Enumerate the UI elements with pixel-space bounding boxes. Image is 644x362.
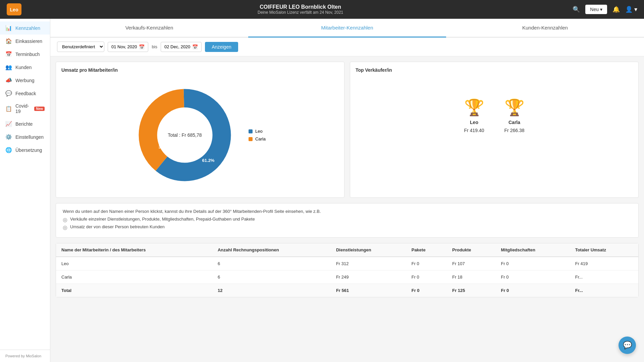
sidebar-item-covid19[interactable]: 📋 Covid-19 New	[0, 100, 50, 117]
table-row[interactable]: Carla 6 Fr 249 Fr 0 Fr 18 Fr 0 Fr...	[56, 270, 638, 284]
donut-total-label: Total : Fr 685,78	[168, 132, 202, 138]
tab-mitarbeiter[interactable]: Mitarbeiter-Kennzahlen	[248, 19, 446, 38]
cell-umsatz: Fr...	[570, 270, 638, 284]
cell-mitgliedschaften: Fr 0	[495, 284, 570, 297]
donut-label-carla: 38.8%	[159, 144, 171, 149]
new-badge: New	[34, 107, 45, 111]
legend-label-carla: Carla	[255, 136, 266, 141]
ubersetzung-icon: 🌐	[5, 147, 12, 153]
donut-chart: 38.8% 61.2% Total : Fr 685,78	[135, 85, 235, 185]
sidebar-item-terminbuch[interactable]: 📅 Terminbuch	[0, 48, 50, 61]
period-select[interactable]: Benutzerdefiniert	[57, 42, 104, 52]
main-content: Verkaufs-Kennzahlen Mitarbeiter-Kennzahl…	[50, 19, 644, 362]
table-row: Total 12 Fr 561 Fr 0 Fr 125 Fr 0 Fr...	[56, 284, 638, 297]
donut-legend: Leo Carla	[249, 129, 266, 141]
trophy-icon-leo: 🏆	[464, 98, 484, 117]
sidebar-item-einstellungen[interactable]: ⚙️ Einstellungen	[0, 130, 50, 143]
seller-carla[interactable]: 🏆 Carla Fr 266.38	[504, 98, 525, 133]
legend-item-leo: Leo	[249, 129, 266, 134]
cell-name: Total	[56, 284, 212, 297]
sidebar-item-label: Berichte	[15, 121, 33, 127]
charts-row: Umsatz pro Mitarbeiter/in 38.8%	[50, 56, 644, 203]
app-title: COIFFEUR LEO Bornblick Olten	[28, 4, 573, 10]
cell-mitgliedschaften: Fr 0	[495, 257, 570, 270]
top-sellers-title: Top Verkäufer/in	[356, 67, 633, 73]
new-button[interactable]: Neu ▾	[585, 5, 607, 14]
calendar-from-icon[interactable]: 📅	[139, 44, 145, 50]
sidebar-item-ubersetzung[interactable]: 🌐 Übersetzung	[0, 143, 50, 157]
tab-kunden[interactable]: Kunden-Kennzahlen	[446, 19, 644, 38]
info-list-item-1: ◎ Verkäufe einzelner Dienstleistungen, P…	[63, 217, 632, 223]
werbung-icon: 📣	[5, 77, 12, 83]
sidebar-nav: 📊 Kennzahlen 🏠 Einkassieren 📅 Terminbuch…	[0, 19, 50, 350]
anzeigen-button[interactable]: Anzeigen	[205, 42, 238, 52]
sidebar-item-label: Übersetzung	[15, 147, 42, 153]
sidebar-item-einkassieren[interactable]: 🏠 Einkassieren	[0, 35, 50, 48]
cell-produkte: Fr 18	[447, 270, 495, 284]
umsatz-chart-title: Umsatz pro Mitarbeiter/in	[61, 67, 339, 73]
cell-pakete: Fr 0	[406, 257, 447, 270]
chat-button[interactable]: 💬	[619, 337, 636, 354]
cell-pakete: Fr 0	[406, 284, 447, 297]
cell-positionen: 12	[212, 284, 331, 297]
bell-icon[interactable]: 🔔	[612, 6, 620, 13]
cell-dienstleistungen: Fr 312	[331, 257, 406, 270]
new-button-label: Neu	[590, 7, 599, 12]
search-icon[interactable]: 🔍	[573, 6, 580, 13]
sidebar-item-kennzahlen[interactable]: 📊 Kennzahlen	[0, 21, 50, 35]
cell-dienstleistungen: Fr 561	[331, 284, 406, 297]
sidebar-item-berichte[interactable]: 📈 Berichte	[0, 117, 50, 130]
top-sellers-container: 🏆 Leo Fr 419.40 🏆 Carla Fr 266.38	[356, 78, 633, 153]
sidebar-item-label: Kunden	[15, 65, 32, 70]
table-header-row: Name der Mitarbeiterin / des Mitarbeiter…	[56, 243, 638, 257]
seller-amount-carla: Fr 266.38	[504, 128, 525, 133]
sidebar-item-label: Terminbuch	[15, 52, 40, 57]
seller-name-leo: Leo	[470, 120, 478, 125]
cell-name: Leo	[56, 257, 212, 270]
col-mitgliedschaften: Mitgliedschaften	[495, 243, 570, 257]
sidebar-item-label: Kennzahlen	[15, 25, 40, 31]
col-dienstleistungen: Dienstleistungen	[331, 243, 406, 257]
donut-label-leo: 61.2%	[202, 158, 215, 163]
seller-name-carla: Carla	[508, 120, 520, 125]
calendar-to-icon[interactable]: 📅	[192, 44, 198, 50]
chat-icon: 💬	[623, 341, 632, 350]
info-point-2: Umsatz der von dieser Person betreuten K…	[70, 224, 165, 229]
legend-dot-leo	[249, 129, 253, 133]
kennzahlen-icon: 📊	[5, 25, 12, 31]
kunden-icon: 👥	[5, 64, 12, 70]
bis-label: bis	[152, 44, 157, 49]
date-from-input: 01 Nov, 2020 📅	[108, 42, 148, 52]
info-section: Wenn du unten auf den Namen einer Person…	[56, 203, 639, 238]
tab-verkaufs[interactable]: Verkaufs-Kennzahlen	[50, 19, 248, 38]
umsatz-chart-card: Umsatz pro Mitarbeiter/in 38.8%	[56, 62, 344, 198]
date-to-value: 02 Dec, 2020	[164, 44, 190, 49]
sidebar-item-label: Covid-19	[15, 103, 31, 114]
sidebar: 📊 Kennzahlen 🏠 Einkassieren 📅 Terminbuch…	[0, 19, 50, 362]
user-icon[interactable]: 👤 ▾	[625, 6, 637, 13]
sidebar-item-label: Feedback	[15, 91, 36, 96]
table-section: Name der Mitarbeiterin / des Mitarbeiter…	[56, 243, 639, 297]
seller-leo[interactable]: 🏆 Leo Fr 419.40	[464, 98, 484, 133]
chevron-down-icon: ▾	[600, 7, 602, 12]
cell-positionen: 6	[212, 257, 331, 270]
info-dot-2: ◎	[63, 224, 67, 231]
berichte-icon: 📈	[5, 121, 12, 127]
table-header: Name der Mitarbeiterin / des Mitarbeiter…	[56, 243, 638, 257]
einstellungen-icon: ⚙️	[5, 134, 12, 140]
legend-dot-carla	[249, 137, 253, 141]
table-row[interactable]: Leo 6 Fr 312 Fr 0 Fr 107 Fr 0 Fr 419	[56, 257, 638, 270]
info-text: Wenn du unten auf den Namen einer Person…	[63, 209, 632, 214]
sidebar-item-feedback[interactable]: 💬 Feedback	[0, 87, 50, 100]
col-umsatz: Totaler Umsatz	[570, 243, 638, 257]
legend-item-carla: Carla	[249, 136, 266, 141]
cell-name: Carla	[56, 270, 212, 284]
filter-bar: Benutzerdefiniert 01 Nov, 2020 📅 bis 02 …	[50, 38, 644, 56]
sidebar-item-label: Einstellungen	[15, 134, 44, 140]
cell-dienstleistungen: Fr 249	[331, 270, 406, 284]
trophy-icon-carla: 🏆	[504, 98, 525, 117]
sidebar-item-kunden[interactable]: 👥 Kunden	[0, 61, 50, 74]
logo[interactable]: Leo	[7, 3, 21, 15]
info-point-1: Verkäufe einzelner Dienstleistungen, Pro…	[70, 217, 255, 222]
sidebar-item-werbung[interactable]: 📣 Werbung	[0, 74, 50, 87]
